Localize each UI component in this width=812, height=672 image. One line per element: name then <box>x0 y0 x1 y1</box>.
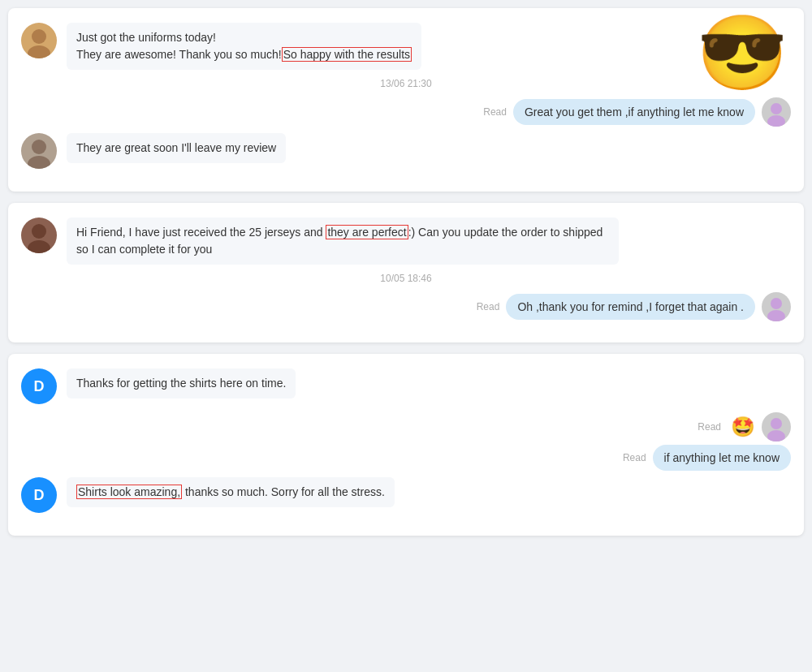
reply-avatar-1 <box>762 97 791 127</box>
message-text-1b: They are great soon I'll leave my review <box>76 141 276 154</box>
svg-point-7 <box>28 240 50 253</box>
reaction-row-3: Read 🤩 <box>21 412 791 442</box>
message-pre-highlight: They are awesome! Thank you so much! <box>76 48 282 61</box>
highlighted-text-2: they are perfect <box>326 225 408 239</box>
message-content-2: Hi Friend, I have just received the 25 j… <box>67 218 791 265</box>
incoming-message-row-1b: They are great soon I'll leave my review <box>21 133 791 169</box>
svg-point-3 <box>767 115 785 127</box>
highlighted-text-1: So happy with the results <box>282 47 412 62</box>
read-label-3a: Read <box>698 421 721 433</box>
sender-avatar-1 <box>21 23 57 58</box>
bubble-2: Hi Friend, I have just received the 25 j… <box>67 218 619 265</box>
incoming-message-row-2: Hi Friend, I have just received the 25 j… <box>21 218 791 265</box>
svg-point-5 <box>28 156 50 169</box>
message-line-1a: Just got the uniforms today! <box>76 29 412 46</box>
reply-bubble-1: Great you get them ,if anything let me k… <box>513 99 755 125</box>
sender-avatar-1b <box>21 133 57 169</box>
read-label-1: Read <box>483 106 507 118</box>
avatar-letter-3: D <box>34 378 45 395</box>
conversation-card-1: 😎 Just got the uniforms today! They are … <box>8 8 804 192</box>
sender-avatar-3b: D <box>21 477 57 513</box>
timestamp-1: 13/06 21:30 <box>21 78 791 89</box>
svg-point-10 <box>771 418 782 429</box>
message-text-3: Thanks for getting the shirts here on ti… <box>76 377 286 390</box>
svg-point-11 <box>767 430 785 442</box>
message-content-1b: They are great soon I'll leave my review <box>67 133 791 163</box>
avatar-letter-3b: D <box>34 487 45 504</box>
message-content-3b: Shirts look amazing, thanks so much. Sor… <box>67 477 791 507</box>
svg-point-8 <box>771 298 782 309</box>
highlighted-text-3: Shirts look amazing, <box>76 485 182 499</box>
reply-row-3b: Read if anything let me know <box>21 445 791 471</box>
reply-bubble-3: if anything let me know <box>653 445 791 471</box>
reply-row-2: Read Oh ,thank you for remind ,I forget … <box>21 292 791 321</box>
conversation-card-2: Hi Friend, I have just received the 25 j… <box>8 203 804 342</box>
incoming-message-row-3: D Thanks for getting the shirts here on … <box>21 368 791 404</box>
read-label-3b: Read <box>623 452 646 463</box>
reply-bubble-2: Oh ,thank you for remind ,I forget that … <box>506 294 755 320</box>
message-post-3b: thanks so much. Sorry for all the stress… <box>182 485 385 498</box>
sender-avatar-3: D <box>21 368 57 404</box>
bubble-3b: Shirts look amazing, thanks so much. Sor… <box>67 477 395 507</box>
svg-point-1 <box>28 45 50 58</box>
conversation-card-3: D Thanks for getting the shirts here on … <box>8 354 804 536</box>
incoming-message-row-3b: D Shirts look amazing, thanks so much. S… <box>21 477 791 513</box>
message-pre-2: Hi Friend, I have just received the 25 j… <box>76 226 326 239</box>
reply-avatar-2 <box>762 292 791 321</box>
message-content-3: Thanks for getting the shirts here on ti… <box>67 368 791 398</box>
bubble-1b: They are great soon I'll leave my review <box>67 133 286 163</box>
svg-point-4 <box>32 140 46 154</box>
incoming-message-row-1: Just got the uniforms today! They are aw… <box>21 23 791 70</box>
message-content-1: Just got the uniforms today! They are aw… <box>67 23 791 70</box>
svg-point-0 <box>32 29 46 44</box>
svg-point-9 <box>767 310 785 321</box>
bubble-3: Thanks for getting the shirts here on ti… <box>67 368 296 398</box>
bubble-1: Just got the uniforms today! They are aw… <box>67 23 421 70</box>
timestamp-2: 10/05 18:46 <box>21 273 791 284</box>
reaction-emoji-3: 🤩 <box>731 416 755 438</box>
reply-row-1: Read Great you get them ,if anything let… <box>21 97 791 127</box>
message-line-1b: They are awesome! Thank you so much!So h… <box>76 46 412 63</box>
svg-point-6 <box>32 224 46 239</box>
svg-point-2 <box>771 103 782 114</box>
sender-avatar-2 <box>21 218 57 253</box>
read-label-2: Read <box>477 301 500 312</box>
reply-avatar-3a <box>762 412 791 442</box>
